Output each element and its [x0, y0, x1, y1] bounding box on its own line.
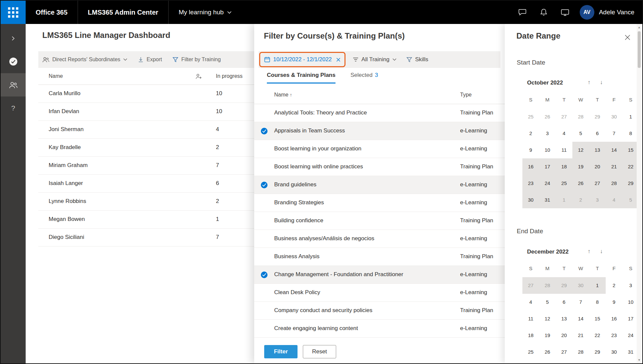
calendar-day[interactable]: 18: [522, 327, 539, 344]
calendar-day[interactable]: 12: [572, 142, 589, 158]
calendar-day[interactable]: 28: [572, 344, 589, 360]
filter-apply-button[interactable]: Filter: [264, 345, 298, 358]
calendar-day[interactable]: 20: [556, 327, 572, 344]
scrollbar[interactable]: ▲ ▼: [637, 24, 642, 363]
calendar-day[interactable]: 25: [556, 175, 572, 192]
scroll-down-icon[interactable]: ▼: [637, 358, 642, 362]
employee-row[interactable]: Isaiah Langer6: [38, 175, 268, 193]
tab-selected[interactable]: Selected3: [350, 72, 378, 84]
calendar-day[interactable]: 3: [539, 125, 556, 142]
calendar-day[interactable]: 14: [606, 142, 622, 158]
clear-date-filter-icon[interactable]: [336, 58, 340, 62]
calendar-day[interactable]: 20: [589, 158, 606, 175]
scrollbar-thumb[interactable]: [638, 31, 641, 68]
calendar-day[interactable]: 25: [522, 108, 539, 125]
export-button[interactable]: Export: [138, 57, 162, 63]
calendar-day[interactable]: 2: [572, 192, 589, 208]
skills-filter-button[interactable]: Skills: [406, 56, 428, 63]
calendar-day[interactable]: 11: [556, 142, 572, 158]
calendar-day[interactable]: 27: [556, 108, 572, 125]
calendar-day[interactable]: 19: [539, 327, 556, 344]
calendar-day[interactable]: 16: [522, 158, 539, 175]
calendar-day[interactable]: 9: [522, 142, 539, 158]
calendar-day[interactable]: 16: [606, 310, 622, 327]
sidebar-item-progress[interactable]: [1, 50, 26, 73]
name-column-header[interactable]: Name: [49, 73, 63, 79]
course-row[interactable]: Company conduct and security policiesTra…: [254, 302, 505, 320]
app-launcher-button[interactable]: [1, 1, 26, 24]
employee-row[interactable]: Miriam Graham7: [38, 157, 268, 175]
hub-menu-button[interactable]: My learning hub: [169, 1, 242, 24]
calendar-day[interactable]: 13: [556, 310, 572, 327]
course-row[interactable]: Business analyses/Análisis de negociose-…: [254, 230, 505, 248]
calendar-day[interactable]: 4: [606, 192, 622, 208]
reset-button[interactable]: Reset: [303, 345, 336, 358]
subordinates-dropdown[interactable]: Direct Reports' Subordinates: [42, 57, 127, 63]
calendar-day[interactable]: 18: [556, 158, 572, 175]
next-month-icon[interactable]: ↓: [597, 79, 605, 86]
calendar-day[interactable]: 21: [572, 327, 589, 344]
office365-link[interactable]: Office 365: [26, 1, 78, 24]
date-range-chip[interactable]: 10/12/2022 - 12/1/2022: [259, 52, 345, 67]
filter-by-training-button[interactable]: Filter by Training: [173, 57, 221, 63]
sidebar-item-people[interactable]: [1, 73, 26, 96]
calendar-day[interactable]: 4: [556, 125, 572, 142]
calendar-day[interactable]: 7: [572, 294, 589, 310]
training-type-dropdown[interactable]: All Training: [353, 56, 396, 63]
employee-row[interactable]: Lynne Robbins2: [38, 193, 268, 211]
calendar-day[interactable]: 4: [522, 294, 539, 310]
calendar-day[interactable]: 26: [572, 175, 589, 192]
previous-month-icon[interactable]: ↑: [585, 79, 593, 86]
employee-row[interactable]: Carla Murillo10: [38, 85, 268, 103]
calendar-day[interactable]: 5: [539, 294, 556, 310]
admin-center-link[interactable]: LMS365 Admin Center: [78, 1, 169, 24]
calendar-day[interactable]: 2: [522, 125, 539, 142]
calendar-day[interactable]: 23: [522, 175, 539, 192]
employee-row[interactable]: Irfan Devlan10: [38, 103, 268, 121]
calendar-day[interactable]: 5: [572, 125, 589, 142]
type-column-header[interactable]: Type: [460, 92, 472, 98]
calendar-day[interactable]: 15: [589, 310, 606, 327]
calendar-day[interactable]: 23: [606, 327, 622, 344]
calendar-day[interactable]: 25: [522, 344, 539, 360]
calendar-day[interactable]: 26: [539, 108, 556, 125]
calendar-day[interactable]: 28: [572, 108, 589, 125]
course-row[interactable]: Building confidenceTraining Plan: [254, 212, 505, 230]
course-row[interactable]: Clean Desk Policye-Learning: [254, 284, 505, 302]
next-month-icon[interactable]: ↓: [597, 248, 605, 255]
calendar-day[interactable]: 21: [606, 158, 622, 175]
course-row[interactable]: Boost learning in your organizatione-Lea…: [254, 140, 505, 158]
calendar-day[interactable]: 28: [539, 277, 556, 294]
calendar-day[interactable]: 9: [606, 294, 622, 310]
calendar-day[interactable]: 30: [606, 108, 622, 125]
course-row[interactable]: Appraisals in Team Successe-Learning: [254, 122, 505, 140]
calendar-day[interactable]: 3: [589, 192, 606, 208]
name-sort-header[interactable]: Name↑: [274, 92, 292, 98]
calendar-day[interactable]: 24: [539, 175, 556, 192]
calendar-day[interactable]: 29: [556, 277, 572, 294]
calendar-day[interactable]: 27: [522, 277, 539, 294]
employee-row[interactable]: Megan Bowen1: [38, 211, 268, 229]
course-row[interactable]: Business AnalysisTraining Plan: [254, 248, 505, 266]
course-row[interactable]: Change Management - Foundation and Pract…: [254, 266, 505, 284]
calendar-day[interactable]: 6: [556, 294, 572, 310]
calendar-day[interactable]: 29: [589, 344, 606, 360]
employee-row[interactable]: Kay Bradelle2: [38, 139, 268, 157]
calendar-day[interactable]: 11: [522, 310, 539, 327]
calendar-day[interactable]: 8: [589, 294, 606, 310]
user-name[interactable]: Adele Vance: [599, 9, 634, 16]
calendar-day[interactable]: 12: [539, 310, 556, 327]
calendar-day[interactable]: 29: [589, 108, 606, 125]
calendar-day[interactable]: 10: [539, 142, 556, 158]
calendar-day[interactable]: 27: [589, 175, 606, 192]
chat-icon[interactable]: [512, 1, 533, 24]
course-row[interactable]: Boost learning with online practicesTrai…: [254, 158, 505, 176]
calendar-day[interactable]: 6: [589, 125, 606, 142]
employee-row[interactable]: Diego Siciliani7: [38, 229, 268, 247]
calendar-day[interactable]: 30: [606, 344, 622, 360]
notifications-bell-icon[interactable]: [533, 1, 554, 24]
course-row[interactable]: Analytical Tools: Theory and PracticeTra…: [254, 104, 505, 122]
calendar-day[interactable]: 31: [539, 192, 556, 208]
course-row[interactable]: Create engaging learning contente-Learni…: [254, 320, 505, 338]
in-progress-column-header[interactable]: In progress: [216, 73, 243, 79]
